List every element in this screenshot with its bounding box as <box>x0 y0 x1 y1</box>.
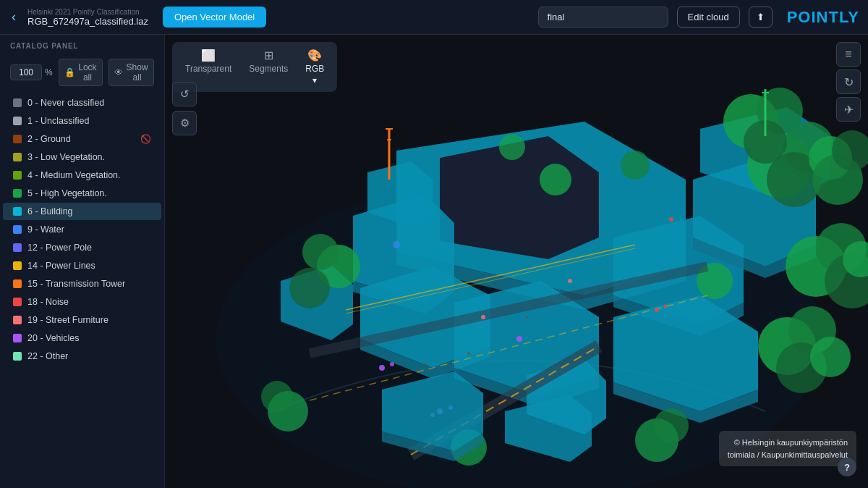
class-item-unclassified[interactable]: 1 - Unclassified <box>3 112 161 130</box>
svg-point-76 <box>424 363 427 366</box>
class-name-med-veg: 4 - Medium Vegetation. <box>27 170 151 180</box>
class-item-power-pole[interactable]: 12 - Power Pole <box>3 239 161 256</box>
header: ‹ Helsinki 2021 Pointly Classification R… <box>0 0 868 35</box>
class-item-never-classified[interactable]: 0 - Never classified <box>3 94 161 112</box>
segments-label: Segments <box>249 64 288 74</box>
edit-cloud-btn[interactable]: Edit cloud <box>677 7 740 28</box>
fly-icon: ✈ <box>844 103 854 117</box>
rotate-btn[interactable]: ↺ <box>172 82 197 106</box>
class-item-low-veg[interactable]: 3 - Low Vegetation. <box>3 148 161 166</box>
class-color-ground <box>13 135 22 143</box>
class-eye-off-ground[interactable]: 🚫 <box>140 134 151 144</box>
class-color-vehicles <box>13 334 22 342</box>
svg-point-40 <box>289 268 330 308</box>
transparent-icon: ⬜ <box>201 49 216 62</box>
class-item-building[interactable]: 6 - Building <box>3 203 161 220</box>
lock-all-button[interactable]: 🔒 Lock all <box>59 59 103 86</box>
svg-point-63 <box>481 315 485 319</box>
class-name-low-veg: 3 - Low Vegetation. <box>27 152 151 162</box>
share-icon: ⬆ <box>757 12 765 22</box>
search-input[interactable] <box>538 7 668 28</box>
svg-point-77 <box>467 352 470 355</box>
class-item-noise[interactable]: 18 - Noise <box>3 293 161 311</box>
left-controls: ↺ ⚙ <box>172 82 197 135</box>
class-name-high-veg: 5 - High Vegetation. <box>27 188 151 198</box>
class-color-other <box>13 352 22 361</box>
svg-point-53 <box>390 362 394 366</box>
class-color-building <box>13 207 22 216</box>
menu-btn[interactable]: ≡ <box>836 42 861 67</box>
viewport: ⬜ Transparent ⊞ Segments 🎨 RGB ▾ ↺ ⚙ <box>165 35 868 488</box>
header-subtitle: Helsinki 2021 Pointly Classification <box>27 8 148 16</box>
show-all-button[interactable]: 👁 Show all <box>109 59 154 86</box>
svg-point-41 <box>540 164 571 195</box>
settings-btn[interactable]: ⚙ <box>172 111 197 135</box>
class-name-noise: 18 - Noise <box>27 297 151 307</box>
rotate-icon: ↺ <box>180 88 190 101</box>
help-button[interactable]: ? <box>838 458 856 476</box>
class-item-transmission[interactable]: 15 - Transmission Tower <box>3 275 161 293</box>
class-color-never-classified <box>13 98 22 107</box>
svg-point-69 <box>261 381 293 413</box>
back-button[interactable]: ‹ <box>9 7 19 28</box>
pointcloud-scene <box>165 35 868 488</box>
class-name-power-lines: 14 - Power Lines <box>27 261 151 271</box>
svg-point-37 <box>810 337 851 377</box>
class-name-building: 6 - Building <box>27 206 151 216</box>
svg-point-67 <box>393 241 400 248</box>
eye-icon: 👁 <box>114 67 123 77</box>
app-logo: POINTLY <box>787 8 859 27</box>
settings-icon: ⚙ <box>180 117 190 130</box>
segments-btn[interactable]: ⊞ Segments <box>240 45 297 89</box>
class-item-water[interactable]: 9 - Water <box>3 221 161 238</box>
class-item-vehicles[interactable]: 20 - Vehicles <box>3 329 161 347</box>
class-item-med-veg[interactable]: 4 - Medium Vegetation. <box>3 167 161 184</box>
svg-point-42 <box>621 151 650 180</box>
class-name-other: 22 - Other <box>27 351 151 361</box>
class-name-never-classified: 0 - Never classified <box>27 98 151 108</box>
side-controls: ≡ ↻ ✈ <box>836 42 861 122</box>
copyright-line2: toimiala / Kaupunkimittauspalvelut <box>728 449 848 461</box>
class-color-power-lines <box>13 261 22 270</box>
class-name-transmission: 15 - Transmission Tower <box>27 279 151 289</box>
class-item-high-veg[interactable]: 5 - High Vegetation. <box>3 185 161 202</box>
class-color-transmission <box>13 279 22 288</box>
history-btn[interactable]: ↻ <box>836 70 861 94</box>
copyright-notice: © Helsingin kaupunkiympäristön toimiala … <box>719 431 856 466</box>
rgb-label: RGB <box>305 64 324 74</box>
svg-point-72 <box>654 408 689 443</box>
class-name-street-furn: 19 - Street Furniture <box>27 315 151 325</box>
rgb-icon: 🎨 <box>307 49 322 62</box>
svg-point-60 <box>655 308 659 312</box>
rgb-btn[interactable]: 🎨 RGB ▾ <box>297 45 333 89</box>
class-list: 0 - Never classified1 - Unclassified2 - … <box>0 93 164 488</box>
class-name-ground: 2 - Ground <box>27 134 135 144</box>
share-button[interactable]: ⬆ <box>749 7 773 28</box>
viewport-toolbar: ⬜ Transparent ⊞ Segments 🎨 RGB ▾ <box>172 42 337 92</box>
lock-icon: 🔒 <box>64 67 75 77</box>
catalog-panel-label: CATALOG PANEL <box>0 35 164 56</box>
opacity-input[interactable] <box>10 64 42 80</box>
svg-point-62 <box>669 217 673 222</box>
class-item-ground[interactable]: 2 - Ground🚫 <box>3 130 161 148</box>
class-color-street-furn <box>13 316 22 324</box>
sidebar-controls: % 🔒 Lock all 👁 Show all <box>0 56 164 93</box>
class-item-power-lines[interactable]: 14 - Power Lines <box>3 257 161 274</box>
class-item-street-furn[interactable]: 19 - Street Furniture <box>3 311 161 329</box>
class-color-power-pole <box>13 243 22 252</box>
svg-point-52 <box>379 365 385 371</box>
class-name-unclassified: 1 - Unclassified <box>27 116 151 126</box>
class-color-high-veg <box>13 189 22 198</box>
svg-point-39 <box>302 234 339 270</box>
segments-icon: ⊞ <box>264 49 273 62</box>
open-vector-btn[interactable]: Open Vector Model <box>163 7 266 28</box>
svg-point-54 <box>516 336 522 342</box>
main-area: CATALOG PANEL % 🔒 Lock all 👁 Show all 0 … <box>0 35 868 488</box>
svg-point-64 <box>568 279 572 283</box>
svg-point-78 <box>525 316 528 319</box>
class-color-unclassified <box>13 117 22 125</box>
class-name-vehicles: 20 - Vehicles <box>27 333 151 343</box>
copyright-line1: © Helsingin kaupunkiympäristön <box>728 437 848 449</box>
class-item-other[interactable]: 22 - Other <box>3 348 161 365</box>
fly-btn[interactable]: ✈ <box>836 97 861 122</box>
